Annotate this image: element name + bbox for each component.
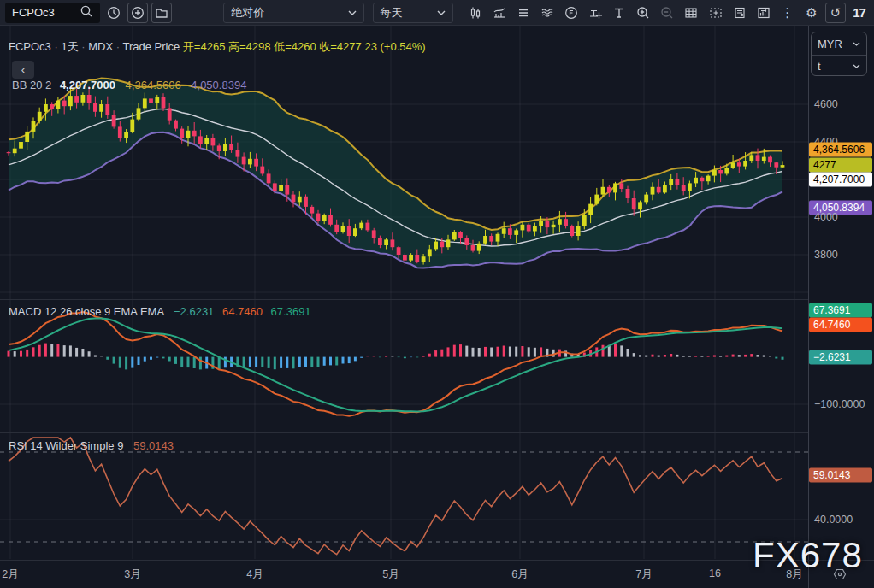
price-tick-label: 3800 xyxy=(814,249,838,261)
snapshot-icon[interactable] xyxy=(706,3,726,23)
ohlc-close: 收=4277 xyxy=(319,40,362,53)
time-label: 3月 xyxy=(124,567,140,582)
pane-separator-rsi[interactable] xyxy=(0,432,808,433)
bb-lower-value: 4,050.8394 xyxy=(191,79,246,91)
candlestick-style-icon[interactable] xyxy=(465,3,486,23)
rsi-title: RSI 14 Wilder Simple 9 xyxy=(9,439,123,452)
macd-signal-value: 67.3691 xyxy=(271,305,311,318)
chevron-down-icon xyxy=(853,42,860,46)
ohlc-change: 23 (+0.54%) xyxy=(364,40,425,53)
collapse-legend-button[interactable]: ‹ xyxy=(12,61,34,79)
zoom-in-icon[interactable] xyxy=(633,3,653,23)
unit-value: t xyxy=(818,60,821,73)
layout-layers-icon[interactable] xyxy=(513,3,534,23)
symbol-text: FCPOc3 xyxy=(12,6,55,19)
macd-line-value: 64.7460 xyxy=(222,305,263,318)
macd-hist-value: −2.6231 xyxy=(174,305,214,318)
price-tick-label: 40.0000 xyxy=(814,514,853,526)
bb-title: BB 20 2 xyxy=(12,79,51,91)
price-mode-value: 绝对价 xyxy=(231,5,264,21)
timezone-icon[interactable] xyxy=(831,566,848,586)
price-badge: 59.0143 xyxy=(809,468,872,483)
price-badge: −2.6231 xyxy=(809,350,872,365)
bar-report-icon[interactable] xyxy=(753,3,774,23)
time-axis[interactable]: 2月3月4月5月6月7月168月 xyxy=(0,560,874,588)
circled-e-icon[interactable] xyxy=(561,3,582,23)
time-label: 7月 xyxy=(635,567,652,582)
chevron-down-icon xyxy=(853,64,860,68)
price-tick-label: 4000 xyxy=(814,211,838,223)
price-badge: 4277 xyxy=(809,158,872,173)
rsi-legend[interactable]: RSI 14 Wilder Simple 9 59.0143 xyxy=(9,439,174,452)
top-toolbar: FCPOc3 绝对价 每天 xyxy=(0,0,874,26)
legend-series: Trade Price xyxy=(123,40,180,53)
zoom-out-icon[interactable] xyxy=(657,3,677,23)
compare-plus-icon[interactable] xyxy=(127,3,148,23)
undo-icon[interactable]: ↺ xyxy=(825,3,846,23)
rsi-value: 59.0143 xyxy=(133,439,174,452)
price-mode-select[interactable]: 绝对价 xyxy=(223,3,363,23)
bb-basis-value: 4,207.7000 xyxy=(60,79,115,91)
chevron-down-icon xyxy=(437,10,446,15)
time-label: 16 xyxy=(709,567,721,579)
price-tick-label: 4600 xyxy=(814,98,838,110)
clock-icon[interactable] xyxy=(103,3,124,23)
text-tool-icon[interactable] xyxy=(609,3,629,23)
currency-unit-box: MYR t xyxy=(811,32,867,76)
measure-icon[interactable] xyxy=(585,3,605,23)
currency-select[interactable]: MYR xyxy=(812,32,866,55)
kebab-menu-icon[interactable]: ⋮ xyxy=(777,3,798,23)
interval-select[interactable]: 每天 xyxy=(373,3,453,23)
waves-icon[interactable] xyxy=(537,3,558,23)
gear-icon[interactable]: ⚙ xyxy=(801,3,822,23)
price-axis[interactable]: MYR t 460044004,364.560642774,207.70004,… xyxy=(809,26,874,560)
search-icon xyxy=(80,4,93,21)
legend-exchange: MDX xyxy=(88,40,113,53)
time-label: 5月 xyxy=(382,567,399,582)
grid-icon[interactable] xyxy=(681,3,701,23)
ohlc-high: 高=4298 xyxy=(228,40,271,53)
pane-separator-macd[interactable] xyxy=(0,299,808,300)
price-badge: 67.3691 xyxy=(809,303,872,318)
macd-title: MACD 12 26 close 9 EMA EMA xyxy=(9,305,163,318)
bb-legend[interactable]: BB 20 2 4,207.7000 4,364.5606 4,050.8394 xyxy=(12,79,246,91)
price-badge: 4,364.5606 xyxy=(809,143,872,157)
ohlc-open: 开=4265 xyxy=(183,40,226,53)
price-badge: 4,207.7000 xyxy=(809,173,872,187)
symbol-search[interactable]: FCPOc3 xyxy=(5,3,100,23)
time-label: 4月 xyxy=(246,567,263,582)
tradingview-app: FCPOc3 绝对价 每天 xyxy=(0,0,874,588)
time-label: 2月 xyxy=(2,567,18,582)
macd-legend[interactable]: MACD 12 26 close 9 EMA EMA −2.6231 64.74… xyxy=(9,305,311,318)
currency-value: MYR xyxy=(818,38,842,50)
legend-interval: 1天 xyxy=(61,40,78,53)
chevron-down-icon xyxy=(348,10,357,15)
indicators-icon[interactable] xyxy=(489,3,510,23)
bb-upper-value: 4,364.5606 xyxy=(126,79,181,91)
interval-value: 每天 xyxy=(381,5,403,21)
unit-select[interactable]: t xyxy=(812,55,866,77)
news-icon[interactable] xyxy=(729,3,750,23)
time-label: 6月 xyxy=(511,567,528,582)
time-label: 8月 xyxy=(786,567,802,582)
legend-symbol: FCPOc3 xyxy=(9,40,51,53)
price-tick-label: −100.0000 xyxy=(814,398,865,410)
tradingview-logo[interactable]: 17 xyxy=(849,5,869,20)
price-badge: 64.7460 xyxy=(809,318,872,332)
folder-icon[interactable] xyxy=(151,3,172,23)
ohlc-low: 低=4260 xyxy=(274,40,316,53)
chart-legend[interactable]: FCPOc3 · 1天 · MDX · Trade Price 开=4265 高… xyxy=(9,39,426,55)
